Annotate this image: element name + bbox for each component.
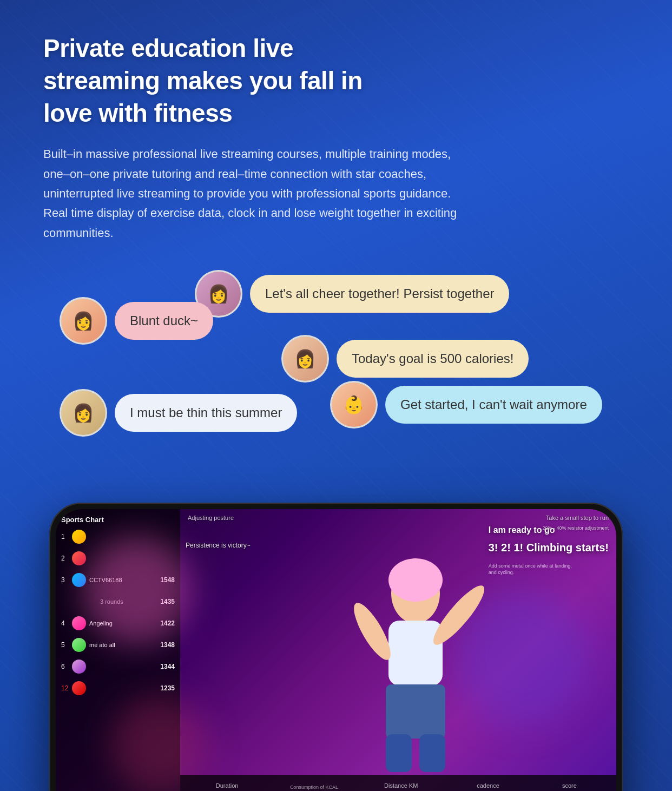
stats-bar: Duration 04:51 † Consumption of KCAL 25 … xyxy=(180,775,616,791)
stat-distance: Distance KM 1.72 xyxy=(365,782,437,791)
phone-screen: Sports Chart 1 2 xyxy=(56,509,616,791)
bubble-4: I must be thin this summer xyxy=(115,394,297,432)
bubble-4-text: I must be thin this summer xyxy=(130,405,282,420)
rank-avatar xyxy=(72,616,86,630)
rank-avatar xyxy=(72,551,86,565)
phone-top-bar: Adjusting posture Take a small step to r… xyxy=(180,509,616,526)
instructor-svg xyxy=(340,550,491,777)
bubble-5-text: Get started, I can't wait anymore xyxy=(400,397,587,412)
bubble-5: Get started, I can't wait anymore xyxy=(385,386,602,424)
phone-note: Add some metal once while at landing, an… xyxy=(489,563,575,576)
chat-item-3: 👩 Today's goal is 500 calories! xyxy=(281,335,529,383)
phone-label-right: 20% - 40% resistor adjustment xyxy=(542,525,609,531)
phone-section: Sports Chart 1 2 xyxy=(43,503,629,791)
rank-number: 12 xyxy=(61,684,69,692)
bubble-2: Blunt duck~ xyxy=(115,302,213,340)
bokeh-1 xyxy=(83,536,191,644)
rank-avatar xyxy=(72,660,86,674)
stat-cadence: cadence 79 xyxy=(452,782,524,791)
rank-number: 5 xyxy=(61,641,69,649)
user5-avatar: 👶 xyxy=(330,381,378,429)
rank-avatar xyxy=(72,530,86,544)
rank-avatar xyxy=(72,681,86,695)
rank-number: 3 xyxy=(61,576,69,584)
rank-number: 1 xyxy=(61,533,69,540)
avatar-face-3: 👩 xyxy=(283,337,327,381)
distance-label: Distance KM xyxy=(365,782,437,789)
instructor-figure xyxy=(329,545,502,777)
main-title: Private education live streaming makes y… xyxy=(43,32,411,129)
svg-rect-2 xyxy=(388,621,443,685)
chat-item-4: 👩 I must be thin this summer xyxy=(60,389,297,437)
chat-item-1: 👩 Let's all cheer together! Persist toge… xyxy=(195,270,509,318)
bubble-3-text: Today's goal is 500 calories! xyxy=(352,351,513,366)
user2-avatar: 👩 xyxy=(60,297,107,345)
phone-right-overlay: I am ready to go 3! 2! 1! Climbing start… xyxy=(489,525,609,576)
phone-label-left: Adjusting posture xyxy=(188,515,234,521)
rank-score: 1344 xyxy=(160,663,175,670)
score-label: score xyxy=(533,782,605,789)
bubble-3: Today's goal is 500 calories! xyxy=(337,340,529,378)
title-section: Private education live streaming makes y… xyxy=(43,32,629,243)
cadence-label: cadence xyxy=(452,782,524,789)
avatar-face-2: 👩 xyxy=(61,299,106,343)
stat-score: score 923 xyxy=(533,782,605,791)
page-wrapper: Private education live streaming makes y… xyxy=(0,0,672,791)
phone-content: Sports Chart 1 2 xyxy=(56,509,616,791)
phone-mockup: Sports Chart 1 2 xyxy=(49,503,623,791)
table-row: 6 1344 xyxy=(61,658,175,675)
duration-label: Duration xyxy=(191,782,263,789)
consumption-label: Consumption of KCAL xyxy=(278,785,350,790)
rank-number: 4 xyxy=(61,619,69,627)
phone-countdown: 3! 2! 1! Climbing starts! xyxy=(489,542,609,554)
leaderboard-title: Sports Chart xyxy=(61,516,175,524)
table-row: 12 1235 xyxy=(61,680,175,697)
svg-rect-7 xyxy=(419,734,445,772)
rank-score: 1235 xyxy=(160,684,175,692)
chat-item-5: 👶 Get started, I can't wait anymore xyxy=(330,381,602,429)
svg-point-1 xyxy=(388,558,443,602)
phone-label-center: Take a small step to run xyxy=(546,515,609,521)
user4-avatar: 👩 xyxy=(60,389,107,437)
bubble-2-text: Blunt duck~ xyxy=(130,313,198,328)
stat-consumption: Consumption of KCAL 25 xyxy=(278,785,350,791)
chat-item-2: 👩 Blunt duck~ xyxy=(60,297,213,345)
rank-avatar xyxy=(72,638,86,652)
rank-score: 1348 xyxy=(160,641,175,649)
avatar-face-4: 👩 xyxy=(61,391,106,435)
bubble-1: Let's all cheer together! Persist togeth… xyxy=(250,275,509,313)
user3-avatar: 👩 xyxy=(281,335,329,383)
svg-rect-5 xyxy=(386,684,445,739)
phone-main: Adjusting posture Take a small step to r… xyxy=(180,509,616,791)
rank-number: 6 xyxy=(61,663,69,670)
avatar-face-5: 👶 xyxy=(332,383,376,427)
svg-rect-6 xyxy=(386,734,412,772)
bubble-1-text: Let's all cheer together! Persist togeth… xyxy=(265,286,494,301)
stat-duration: Duration 04:51 xyxy=(191,782,263,791)
subtitle-text: Built–in massive professional live strea… xyxy=(43,144,465,242)
chat-section: 👩 Let's all cheer together! Persist toge… xyxy=(43,270,629,476)
rank-number: 2 xyxy=(61,555,69,562)
